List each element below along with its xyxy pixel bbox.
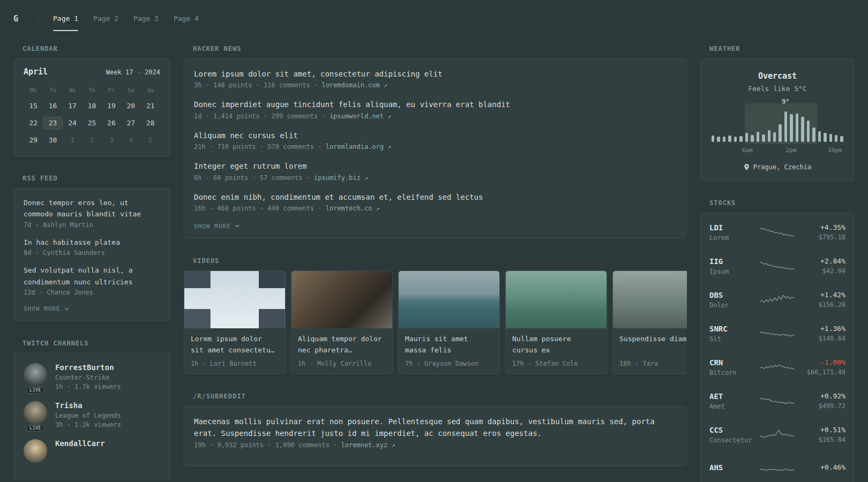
twitch-channel-name[interactable]: Trisha: [55, 401, 121, 410]
video-card[interactable]: Mauris sit amet massa felis 7h · Grayson…: [398, 270, 500, 374]
rss-item-title[interactable]: In hac habitasse platea: [24, 237, 160, 248]
twitch-channel-meta: 1h · 1.7k viewers: [55, 383, 121, 390]
stock-name: Bitcorn: [709, 369, 760, 376]
twitch-channel-name[interactable]: ForrestBurton: [55, 363, 121, 372]
weather-time-axis: 6am 2pm 10pm: [712, 147, 843, 155]
twitch-channel-meta: 3h · 1.2k viewers: [55, 421, 121, 428]
right-column: WEATHER Overcast Feels like 5°C 9° 6am 2…: [700, 45, 855, 482]
hn-item-title[interactable]: Donec enim nibh, condimentum et accumsan…: [194, 191, 677, 203]
hn-show-more-button[interactable]: SHOW MORE: [194, 222, 677, 231]
weather-peak-temp: 9°: [782, 98, 789, 106]
stock-values: +0.46%: [799, 463, 845, 473]
stock-values: +4.35% $795.18: [799, 223, 845, 241]
subreddit-domain-link[interactable]: loremnet.xyz ↗: [341, 441, 395, 449]
tab-page-2[interactable]: Page 2: [93, 0, 118, 37]
hacker-news-widget: Lorem ipsum dolor sit amet, consectetur …: [184, 58, 687, 239]
rss-item-title[interactable]: Donec tempor eros leo, ut commodo mauris…: [24, 197, 160, 220]
stock-id: CCS Consectetur: [709, 426, 760, 444]
tab-page-3[interactable]: Page 3: [133, 0, 159, 37]
rss-show-more-label: SHOW MORE: [24, 305, 61, 312]
video-thumbnail[interactable]: [399, 271, 499, 328]
hn-meta-text: 16h · 468 points · 440 comments ·: [194, 205, 321, 212]
rss-item[interactable]: In hac habitasse platea 8d · Cynthia Sau…: [24, 237, 160, 257]
video-card[interactable]: Nullam posuere cursus ex 17h · Stefan Co…: [505, 270, 607, 374]
video-meta: 1h · Lori Barnett: [191, 360, 279, 367]
twitch-avatar-wrap: [24, 439, 47, 463]
section-title-twitch: TWITCH CHANNELS: [23, 340, 170, 347]
calendar-day: 27: [121, 117, 140, 130]
video-title[interactable]: Suspendisse diam: [619, 334, 687, 356]
stock-id: AET Amet: [709, 392, 760, 410]
stock-row[interactable]: CCS Consectetur +0.51% $165.84: [709, 418, 845, 451]
subreddit-widget: Maecenas mollis pulvinar erat non posuer…: [184, 406, 687, 466]
calendar-week: Week 17: [106, 69, 133, 76]
video-thumbnail[interactable]: [291, 271, 392, 328]
hn-domain-link[interactable]: loremlandia.org ↗: [326, 143, 392, 150]
video-card[interactable]: Lorem ipsum dolor sit amet consectetu… 1…: [184, 270, 286, 374]
stock-values: +1.36% $148.64: [799, 325, 845, 342]
hn-domain-link[interactable]: loremdomain.com ↗: [321, 81, 387, 89]
calendar-day: 16: [43, 100, 62, 112]
stock-sparkline: [760, 292, 794, 308]
hn-item[interactable]: Donec imperdiet augue tincidunt felis al…: [194, 99, 677, 119]
rss-item-title[interactable]: Sed volutpat nulla nisl, a condimentum n…: [24, 265, 160, 288]
rss-show-more-button[interactable]: SHOW MORE: [24, 304, 160, 313]
hn-meta-text: 1d · 1,414 points · 299 comments ·: [194, 112, 326, 120]
stock-row[interactable]: AET Amet +0.92% $499.72: [709, 384, 845, 418]
stock-row[interactable]: LDI Lorem +4.35% $795.18: [709, 215, 845, 249]
twitch-channel-info: ForrestBurton Counter-Strike 1h · 1.7k v…: [55, 363, 121, 390]
video-title[interactable]: Lorem ipsum dolor sit amet consectetu…: [191, 334, 279, 356]
video-card-body: Nullam posuere cursus ex 17h · Stefan Co…: [506, 328, 607, 374]
hn-domain-link[interactable]: ipsumify.biz ↗: [314, 174, 368, 182]
video-thumbnail[interactable]: [184, 271, 285, 328]
section-title-hacker-news: HACKER NEWS: [193, 45, 687, 52]
calendar-day: 21: [141, 100, 160, 112]
subreddit-post-title[interactable]: Maecenas mollis pulvinar erat non posuer…: [194, 416, 677, 440]
stock-row[interactable]: DBS Dolor +1.42% $156.28: [709, 283, 845, 317]
tab-page-4[interactable]: Page 4: [174, 0, 199, 37]
app-logo[interactable]: G: [13, 0, 38, 37]
video-title[interactable]: Aliquam tempor dolor nec pharetra…: [298, 334, 386, 356]
stock-row[interactable]: AHS +0.46%: [709, 451, 845, 482]
video-card[interactable]: Suspendisse diam 18h · Tara: [612, 270, 687, 374]
hn-item[interactable]: Aliquam nec cursus elit 21h · 710 points…: [194, 130, 677, 150]
video-card[interactable]: Aliquam tempor dolor nec pharetra… 1h · …: [291, 270, 393, 374]
twitch-channel[interactable]: KendallCarr: [24, 439, 160, 463]
weather-widget: Overcast Feels like 5°C 9° 6am 2pm 10pm …: [700, 58, 855, 181]
video-thumbnail[interactable]: [613, 271, 687, 328]
stock-name: Lorem: [709, 234, 760, 242]
hn-item[interactable]: Donec enim nibh, condimentum et accumsan…: [194, 191, 677, 212]
twitch-section: TWITCH CHANNELS LIVE ForrestBurton Count…: [13, 340, 170, 479]
twitch-channel-name[interactable]: KendallCarr: [55, 439, 105, 448]
subreddit-post[interactable]: Maecenas mollis pulvinar erat non posuer…: [194, 416, 677, 449]
hn-item-title[interactable]: Aliquam nec cursus elit: [194, 130, 677, 141]
tab-page-1[interactable]: Page 1: [53, 0, 78, 37]
twitch-channel[interactable]: LIVE ForrestBurton Counter-Strike 1h · 1…: [24, 363, 160, 390]
hn-item-title[interactable]: Integer eget rutrum lorem: [194, 160, 677, 172]
hn-item-meta: 3h · 148 points · 116 comments · loremdo…: [194, 81, 677, 89]
stock-row[interactable]: SNRC Sit +1.36% $148.64: [709, 317, 845, 350]
stock-sparkline: [760, 326, 794, 342]
video-title[interactable]: Mauris sit amet massa felis: [405, 334, 493, 356]
stock-sparkline: [760, 224, 794, 240]
hn-item-title[interactable]: Donec imperdiet augue tincidunt felis al…: [194, 99, 677, 110]
weekday-label: Mo: [24, 87, 43, 93]
hn-item[interactable]: Lorem ipsum dolor sit amet, consectetur …: [194, 68, 677, 89]
video-thumbnail[interactable]: [506, 271, 607, 328]
stock-row[interactable]: IIG Ipsum +2.84% $42.04: [709, 249, 845, 283]
hn-domain-link[interactable]: ipsumworld.net ↗: [330, 112, 392, 120]
hn-item-title[interactable]: Lorem ipsum dolor sit amet, consectetur …: [194, 68, 677, 80]
rss-widget: Donec tempor eros leo, ut commodo mauris…: [13, 188, 170, 321]
twitch-channel[interactable]: LIVE Trisha League of Legends 3h · 1.2k …: [24, 401, 160, 428]
rss-item[interactable]: Sed volutpat nulla nisl, a condimentum n…: [24, 265, 160, 296]
weekday-label: Tu: [43, 87, 62, 93]
hn-item[interactable]: Integer eget rutrum lorem 6h · 60 points…: [194, 160, 677, 181]
rss-item[interactable]: Donec tempor eros leo, ut commodo mauris…: [24, 197, 160, 229]
stock-row[interactable]: CRN Bitcorn -1.00% $66,171.48: [709, 350, 845, 384]
hn-item-meta: 1d · 1,414 points · 299 comments · ipsum…: [194, 112, 677, 120]
calendar-day: 30: [43, 134, 62, 147]
video-title[interactable]: Nullam posuere cursus ex: [512, 334, 600, 356]
hn-domain-link[interactable]: loremtech.co ↗: [326, 205, 380, 212]
videos-section: VIDEOS Lorem ipsum dolor sit amet consec…: [184, 257, 687, 374]
calendar-day: 29: [24, 134, 43, 147]
